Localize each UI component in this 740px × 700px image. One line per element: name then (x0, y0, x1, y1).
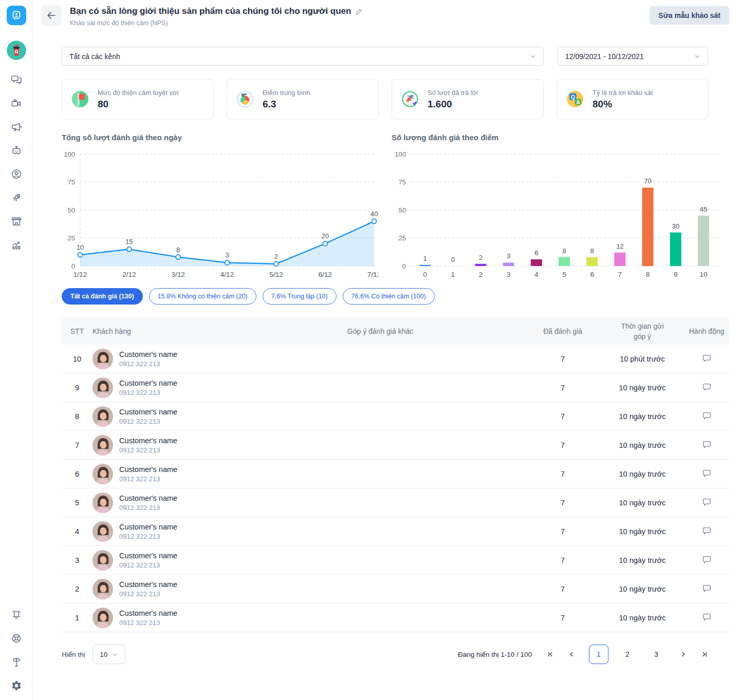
rating-cell: 7 (524, 470, 601, 478)
svg-text:12: 12 (616, 242, 623, 250)
svg-text:8: 8 (176, 246, 180, 254)
page-button-1[interactable]: 1 (589, 645, 608, 664)
app-logo[interactable] (7, 6, 26, 25)
last-page-button[interactable] (701, 651, 708, 658)
stat-card-average-score: Điểm trung bình 6.3 (227, 79, 379, 119)
comment-icon (702, 583, 712, 593)
row-stt: 9 (62, 384, 92, 392)
customer-phone: 0912 322 213 (119, 619, 177, 627)
svg-text:9: 9 (674, 271, 678, 278)
svg-text:6/12: 6/12 (319, 271, 332, 278)
first-page-button[interactable] (547, 651, 554, 658)
rating-cell: 7 (524, 556, 601, 564)
livestream-icon[interactable] (10, 97, 23, 109)
open-comment-button[interactable] (700, 351, 714, 367)
page-button-3[interactable]: 3 (646, 645, 666, 664)
pencil-paper-icon (400, 89, 420, 109)
open-comment-button[interactable] (700, 524, 714, 539)
megaphone-icon[interactable] (10, 121, 23, 133)
comment-icon (702, 526, 712, 536)
svg-text:50: 50 (68, 206, 75, 214)
workspace-avatar[interactable] (7, 41, 26, 60)
open-comment-button[interactable] (700, 380, 714, 395)
next-page-button[interactable] (680, 651, 687, 658)
customer-name: Customer's name (119, 465, 177, 474)
customer-phone: 0912 322 213 (119, 360, 177, 368)
stat-label: Số lượt đã trả lời (428, 89, 478, 97)
comment-icon (702, 555, 712, 564)
store-icon[interactable] (10, 215, 23, 228)
rating-filter-pill[interactable]: 15.8% Không có thiện cảm (20) (149, 288, 256, 305)
svg-text:45: 45 (700, 205, 707, 213)
customer-phone: 0912 322 213 (119, 561, 177, 569)
help-icon[interactable] (10, 632, 23, 645)
rating-filter-pill[interactable]: 7,6% Trung lập (10) (263, 288, 337, 305)
customer-avatar (92, 349, 113, 369)
page-size-select[interactable]: 10 (92, 645, 125, 664)
svg-text:15: 15 (125, 238, 133, 245)
col-header-action: Hành động (689, 326, 725, 336)
svg-text:4: 4 (534, 271, 539, 278)
time-cell: 10 ngày trước (601, 556, 683, 564)
svg-text:40: 40 (371, 210, 378, 218)
pie-score-icon (235, 89, 255, 109)
bell-icon[interactable] (10, 609, 23, 621)
customer-name: Customer's name (119, 523, 177, 531)
rating-cell: 7 (524, 527, 601, 536)
channel-select[interactable]: Tất cả các kênh (62, 47, 544, 66)
stats-icon[interactable] (10, 239, 23, 251)
open-comment-button[interactable] (700, 409, 714, 424)
chatbot-icon[interactable] (10, 144, 23, 157)
svg-text:30: 30 (672, 222, 679, 230)
customer-name: Customer's name (119, 408, 177, 416)
rating-filter-pill[interactable]: 76,6% Có thiện cảm (100) (343, 288, 435, 305)
comment-icon (702, 497, 712, 507)
chat-icon[interactable] (10, 73, 23, 86)
time-cell: 10 ngày trước (601, 499, 683, 507)
customer-phone: 0912 322 213 (119, 418, 177, 425)
guide-icon[interactable] (10, 656, 23, 668)
customer-cell: Customer's name0912 322 213 (92, 579, 236, 599)
customer-avatar (92, 521, 113, 542)
stat-value: 80% (593, 99, 653, 110)
contacts-icon[interactable] (10, 168, 23, 180)
open-comment-button[interactable] (700, 610, 714, 626)
open-comment-button[interactable] (700, 495, 714, 510)
customer-name: Customer's name (119, 437, 177, 445)
open-comment-button[interactable] (700, 553, 714, 568)
reviews-by-day-line-chart: 0255075100101583220401/122/123/124/125/1… (62, 146, 378, 282)
row-stt: 3 (62, 556, 92, 564)
chevron-down-icon (694, 53, 700, 60)
customer-avatar (92, 493, 113, 513)
col-header-rating: Đã đánh giá (524, 326, 601, 336)
page-button-2[interactable]: 2 (618, 645, 637, 664)
settings-icon[interactable] (10, 679, 23, 692)
date-range-select[interactable]: 12/09/2021 - 10/12/2021 (558, 47, 708, 66)
customer-cell: Customer's name0912 322 213 (92, 406, 236, 427)
table-row: 7Customer's name0912 322 213710 ngày trư… (62, 431, 730, 460)
open-comment-button[interactable] (700, 581, 714, 597)
rating-filter-pill[interactable]: Tất cả đánh giá (130) (62, 288, 143, 305)
channel-select-value: Tất cả các kênh (69, 52, 120, 61)
col-header-feedback: Góp ý đánh giá khác (236, 326, 524, 336)
svg-text:4/12: 4/12 (220, 271, 234, 278)
row-stt: 2 (62, 585, 92, 593)
open-comment-button[interactable] (700, 438, 714, 453)
reviews-by-score-bar-chart: 0255075100100122336485861277083094510 (392, 146, 720, 282)
table-row: 1Customer's name0912 322 213710 ngày trư… (62, 603, 730, 632)
row-stt: 4 (62, 527, 92, 536)
edit-pencil-icon[interactable] (355, 8, 363, 15)
back-button[interactable] (41, 5, 62, 26)
svg-text:A: A (576, 100, 580, 105)
chevron-left-icon (568, 651, 575, 658)
table-row: 10Customer's name0912 322 213710 phút tr… (62, 345, 730, 373)
customer-phone: 0912 322 213 (119, 590, 177, 598)
open-comment-button[interactable] (700, 466, 714, 482)
stat-value: 1.600 (428, 99, 478, 110)
edit-survey-template-button[interactable]: Sửa mẫu khảo sát (650, 6, 729, 25)
previous-page-button[interactable] (568, 651, 575, 658)
first-page-icon (547, 651, 554, 658)
reviews-by-day-panel: Tổng số lượt đánh giá theo ngày 02550751… (62, 133, 378, 282)
svg-text:7/12: 7/12 (367, 271, 378, 278)
rocket-icon[interactable] (10, 192, 23, 204)
